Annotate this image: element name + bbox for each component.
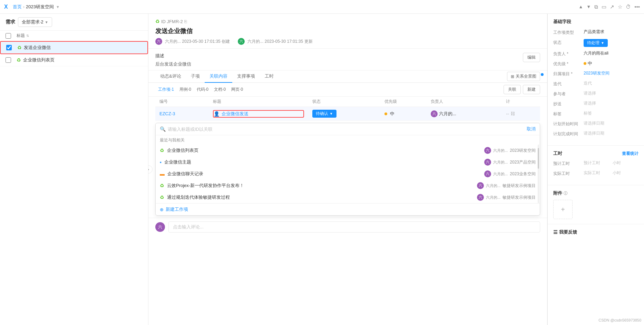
field-label-priority: 优先级 *	[553, 60, 581, 67]
row-type-icon: 👤	[214, 111, 219, 117]
sub-tab-code[interactable]: 代码·0	[194, 85, 211, 94]
item-icon-2: ♻	[17, 57, 21, 63]
breadcrumb-workspace[interactable]: 2023研发空间	[26, 4, 54, 10]
item-checkbox-2[interactable]	[6, 57, 11, 63]
list-item[interactable]: ♻ 发送企业微信	[0, 41, 148, 54]
attachment-help-icon[interactable]: ⓘ	[564, 191, 567, 196]
field-label-type: 工作项类型	[553, 29, 581, 36]
search-icon: 🔍	[160, 126, 166, 132]
search-result-item[interactable]: ♻ 企业微信列表页 六 六月的... 2023研发空间	[156, 145, 540, 156]
chevron-down-icon[interactable]: ▼	[586, 4, 591, 9]
search-result-item[interactable]: ▪ 企业微信主题 六 六月的... 2023产品空间	[156, 156, 540, 168]
breadcrumb-sep1: ›	[23, 4, 25, 9]
search-result-item[interactable]: ♻ 通过规划迭代体验敏捷研发过程 六 六月的... 敏捷研发示例项目	[156, 191, 540, 203]
filter-dropdown-icon: ▼	[45, 20, 48, 24]
item-content-1: ♻ 发送企业微信	[17, 45, 142, 51]
field-value-cc[interactable]: 请选择	[584, 100, 638, 106]
field-label-status: 状态	[553, 39, 581, 46]
feedback-section: ☰ 我要反馈	[548, 224, 644, 240]
chevron-up-icon[interactable]: ▲	[578, 4, 583, 9]
field-label-participants: 参与者	[553, 90, 581, 97]
row-link-icon[interactable]: ⛓	[510, 111, 515, 116]
window-icon[interactable]: ▭	[602, 4, 606, 10]
cancel-search-button[interactable]: 取消	[527, 126, 536, 132]
sub-tab-workitems[interactable]: 工作项·1	[155, 85, 177, 94]
status-button[interactable]: 待处理 ▼	[584, 39, 608, 47]
assignee-wrapper: 六 六月的...	[431, 110, 498, 117]
field-value-tags[interactable]: 标签	[584, 110, 638, 116]
field-value-end-time[interactable]: 请选择日期	[584, 130, 638, 136]
sub-tab-docs[interactable]: 文档·0	[211, 85, 228, 94]
status-dropdown-arrow[interactable]: ▼	[330, 112, 333, 116]
comment-input[interactable]: 点击输入评论...	[168, 221, 540, 233]
field-row-iteration: 迭代 迭代	[553, 80, 638, 87]
updated-text: 六月的... 2023-05-30 17:01:35 更新	[247, 39, 312, 45]
search-recent-title: 最近与我相关	[156, 135, 540, 145]
worktime-actual-label: 实际工时	[553, 170, 581, 177]
result-icon-4: ♻	[160, 195, 164, 200]
scrollbar-thumb[interactable]	[538, 148, 539, 169]
duplicate-icon[interactable]: ⧉	[594, 4, 598, 10]
comment-area: 六 点击输入评论...	[148, 218, 547, 236]
share-icon[interactable]: ↗	[610, 4, 614, 10]
detail-title: 发送企业微信	[155, 27, 540, 35]
field-value-assignee[interactable]: 六月的雨在ali	[584, 50, 638, 56]
tab-activity[interactable]: 动态&评论	[155, 70, 186, 83]
sub-tab-cases[interactable]: 用例·0	[177, 85, 194, 94]
link-button[interactable]: 关联	[504, 85, 521, 94]
row-extra-cell: -- ⛓	[502, 107, 540, 121]
field-value-project[interactable]: 2023研发空间	[584, 70, 638, 76]
row-priority-cell: 中	[380, 107, 427, 121]
row-assignee-cell: 六 六月的...	[427, 107, 502, 121]
edit-button[interactable]: 编辑	[523, 53, 540, 62]
field-value-start-time[interactable]: 请选择日期	[584, 120, 638, 126]
tab-relations[interactable]: 关联内容	[205, 70, 232, 83]
worktime-estimated-value[interactable]: 预计工时	[584, 160, 610, 166]
status-badge[interactable]: 待确认 ▼	[312, 110, 336, 118]
worktime-stats-link[interactable]: 查看统计	[622, 151, 638, 157]
row-id-link[interactable]: EZCZ-3	[159, 111, 175, 116]
copy-icon[interactable]: ⎘	[184, 19, 187, 24]
relation-map-button[interactable]: ⊞ 关系全景图	[507, 72, 540, 81]
history-icon[interactable]: ⏱	[626, 4, 631, 10]
right-panel: 基础字段 工作项类型 产品类需求 状态 待处理 ▼	[547, 14, 644, 325]
breadcrumb-home[interactable]: 首页	[13, 4, 22, 10]
filter-button[interactable]: 全部需求·2 ▼	[18, 17, 52, 27]
result-space-0: 2023研发空间	[510, 148, 536, 154]
priority-indicator[interactable]: 中	[584, 60, 592, 67]
row-title-wrapper: 👤 企业微信发送	[213, 110, 304, 118]
star-icon[interactable]: ☆	[618, 4, 622, 10]
tab-worktime[interactable]: 工时	[260, 70, 279, 83]
new-workitem-button[interactable]: ⊕ 新建工作项	[156, 203, 540, 215]
result-icon-3: ♻	[160, 183, 164, 188]
sub-tab-pages[interactable]: 网页·0	[228, 85, 246, 94]
worktime-title: 工时 查看统计	[553, 150, 638, 157]
item-checkbox-1[interactable]	[6, 45, 12, 50]
search-input[interactable]	[168, 127, 525, 132]
breadcrumb-dropdown-icon[interactable]: ▼	[56, 5, 60, 9]
add-attachment-button[interactable]: +	[553, 200, 573, 219]
result-user-0: 六月的...	[493, 148, 508, 153]
field-row-tags: 标签 标签	[553, 110, 638, 117]
result-meta-2: 六 六月的... 2023业务空间	[484, 170, 536, 177]
result-meta-4: 六 六月的... 敏捷研发示例项目	[477, 194, 536, 201]
worktime-estimated-label: 预计工时	[553, 160, 581, 167]
new-button[interactable]: 新建	[523, 85, 540, 94]
sort-icon[interactable]: ⇅	[26, 34, 29, 38]
result-meta-1: 六 六月的... 2023产品空间	[484, 159, 536, 166]
search-result-item[interactable]: ▬ 企业微信聊天记录 六 六月的... 2023业务空间	[156, 168, 540, 180]
more-icon[interactable]: •••	[634, 4, 640, 10]
tab-subtasks[interactable]: 子项	[186, 70, 205, 83]
list-item[interactable]: ♻ 企业微信列表页	[0, 54, 148, 66]
select-all-checkbox[interactable]	[6, 33, 11, 39]
notification-dot	[541, 73, 544, 76]
row-title-link[interactable]: 企业微信发送	[222, 111, 248, 117]
search-result-item[interactable]: ♻ 云效Projex-新一代研发协作平台发布！ 六 六月的... 敏捷研发示例项…	[156, 180, 540, 191]
result-label-1: 企业微信主题	[164, 159, 481, 165]
panel-toggle-button[interactable]: ›	[148, 165, 153, 174]
field-value-participants[interactable]: 请选择	[584, 90, 638, 96]
field-value-iteration[interactable]: 迭代	[584, 80, 638, 86]
app-logo: X	[4, 4, 8, 10]
tab-support[interactable]: 支撑事项	[232, 70, 260, 83]
worktime-actual-value[interactable]: 实际工时	[584, 170, 610, 176]
